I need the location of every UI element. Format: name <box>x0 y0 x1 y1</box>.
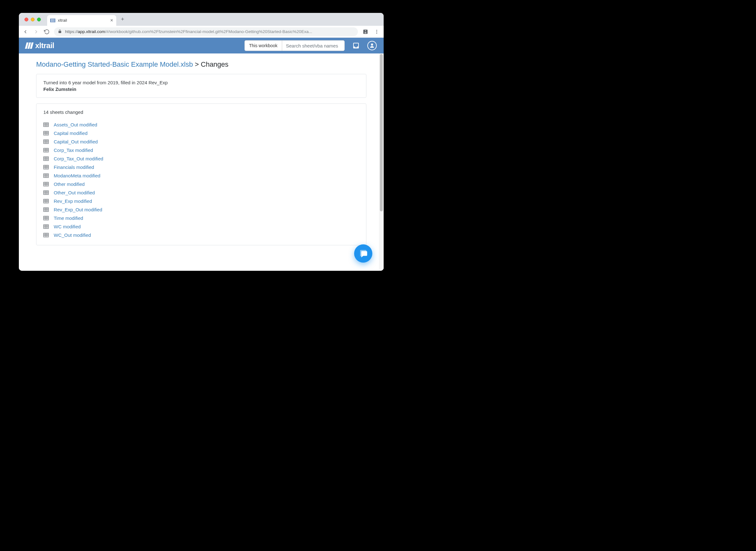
favicon-icon <box>50 19 55 22</box>
browser-menu-button[interactable] <box>373 28 381 36</box>
sheet-link[interactable]: WC modified <box>54 224 81 229</box>
svg-rect-19 <box>43 148 48 152</box>
breadcrumb-workbook-link[interactable]: Modano-Getting Started-Basic Example Mod… <box>36 60 193 68</box>
back-button[interactable] <box>22 28 29 35</box>
svg-point-2 <box>376 33 377 34</box>
grid-icon <box>43 156 49 161</box>
sheets-summary: 14 sheets changed <box>43 109 359 115</box>
grid-icon <box>43 148 49 152</box>
sheet-item: WC_Out modified <box>43 231 359 239</box>
sheet-item: Time modified <box>43 214 359 222</box>
user-avatar[interactable] <box>367 41 377 50</box>
sheet-item: Corp_Tax modified <box>43 146 359 154</box>
sheet-link[interactable]: Time modified <box>54 215 83 221</box>
grid-icon <box>43 182 49 186</box>
sheet-link[interactable]: Rev_Exp_Out modified <box>54 207 102 212</box>
sheet-item: Other modified <box>43 180 359 188</box>
svg-point-0 <box>376 30 377 31</box>
search-group: This workbook <box>244 40 345 51</box>
sheet-item: Capital modified <box>43 129 359 137</box>
url-text: https://app.xltrail.com/#/workbook/githu… <box>65 29 312 34</box>
sheet-item: WC modified <box>43 222 359 231</box>
sheet-item: Corp_Tax_Out modified <box>43 154 359 163</box>
chat-icon <box>359 249 368 258</box>
breadcrumb-separator: > <box>195 60 199 68</box>
svg-rect-24 <box>43 157 48 160</box>
sheet-link[interactable]: Capital_Out modified <box>54 139 98 144</box>
sheet-link[interactable]: Corp_Tax modified <box>54 147 93 153</box>
extension-icon[interactable] <box>362 28 369 36</box>
sheet-link[interactable]: Assets_Out modified <box>54 122 97 127</box>
sheet-list: Assets_Out modifiedCapital modifiedCapit… <box>43 120 359 239</box>
svg-rect-9 <box>43 131 48 135</box>
app-header: xltrail This workbook <box>19 38 384 53</box>
tab-title: xltrail <box>58 18 108 23</box>
sheet-link[interactable]: Other_Out modified <box>54 190 95 195</box>
breadcrumb-current: Changes <box>201 60 228 68</box>
logo-mark-icon <box>26 42 33 49</box>
grid-icon <box>43 233 49 237</box>
sheet-link[interactable]: Capital modified <box>54 130 88 136</box>
browser-window: xltrail × + https://app.xltrail.com/#/wo… <box>19 13 384 271</box>
sheet-link[interactable]: Financials modified <box>54 164 94 170</box>
address-bar-row: https://app.xltrail.com/#/workbook/githu… <box>19 26 384 38</box>
sheet-link[interactable]: Corp_Tax_Out modified <box>54 156 103 161</box>
scrollbar[interactable] <box>379 53 384 271</box>
search-input[interactable] <box>282 40 345 51</box>
chat-button[interactable] <box>354 244 372 262</box>
svg-point-1 <box>376 31 377 32</box>
svg-rect-39 <box>43 182 48 186</box>
window-minimize-button[interactable] <box>31 18 35 21</box>
sheet-item: Financials modified <box>43 163 359 171</box>
svg-rect-69 <box>43 233 48 237</box>
grid-icon <box>43 207 49 212</box>
sheet-item: Assets_Out modified <box>43 120 359 129</box>
svg-rect-4 <box>43 123 48 126</box>
logo-text: xltrail <box>35 41 54 50</box>
browser-tab[interactable]: xltrail × <box>47 15 116 26</box>
inbox-icon[interactable] <box>351 41 361 51</box>
window-controls <box>25 18 41 21</box>
address-bar[interactable]: https://app.xltrail.com/#/workbook/githu… <box>54 27 358 36</box>
window-maximize-button[interactable] <box>37 18 41 21</box>
reload-button[interactable] <box>43 28 50 35</box>
svg-point-3 <box>371 43 373 46</box>
grid-icon <box>43 139 49 144</box>
sheet-item: ModanoMeta modified <box>43 171 359 180</box>
svg-rect-64 <box>43 224 48 228</box>
sheet-item: Other_Out modified <box>43 188 359 197</box>
lock-icon <box>58 29 62 34</box>
grid-icon <box>43 199 49 203</box>
sheet-item: Rev_Exp_Out modified <box>43 205 359 214</box>
app-logo[interactable]: xltrail <box>26 41 54 50</box>
commit-author: Felix Zumstein <box>43 86 359 92</box>
grid-icon <box>43 165 49 169</box>
window-close-button[interactable] <box>25 18 28 21</box>
sheet-item: Capital_Out modified <box>43 137 359 146</box>
grid-icon <box>43 216 49 220</box>
sheet-item: Rev_Exp modified <box>43 197 359 205</box>
svg-rect-14 <box>43 140 48 143</box>
sheets-panel: 14 sheets changed Assets_Out modifiedCap… <box>36 103 366 245</box>
scrollbar-thumb[interactable] <box>380 54 383 211</box>
content-area: Modano-Getting Started-Basic Example Mod… <box>19 53 384 271</box>
sheet-link[interactable]: Other modified <box>54 181 85 187</box>
commit-message: Turned into 6 year model from 2019, fill… <box>43 80 359 85</box>
sheet-link[interactable]: Rev_Exp modified <box>54 198 92 204</box>
svg-rect-44 <box>43 190 48 194</box>
svg-rect-59 <box>43 216 48 220</box>
sheet-link[interactable]: WC_Out modified <box>54 232 91 238</box>
tab-close-button[interactable]: × <box>110 18 113 23</box>
grid-icon <box>43 224 49 229</box>
workbook-scope-button[interactable]: This workbook <box>244 40 282 51</box>
svg-rect-34 <box>43 173 48 177</box>
grid-icon <box>43 173 49 178</box>
tab-bar: xltrail × + <box>19 13 384 26</box>
sheet-link[interactable]: ModanoMeta modified <box>54 173 100 178</box>
grid-icon <box>43 122 49 127</box>
breadcrumb: Modano-Getting Started-Basic Example Mod… <box>36 60 366 69</box>
forward-button[interactable] <box>33 28 40 35</box>
svg-rect-49 <box>43 199 48 203</box>
commit-panel: Turned into 6 year model from 2019, fill… <box>36 74 366 98</box>
new-tab-button[interactable]: + <box>118 15 127 24</box>
